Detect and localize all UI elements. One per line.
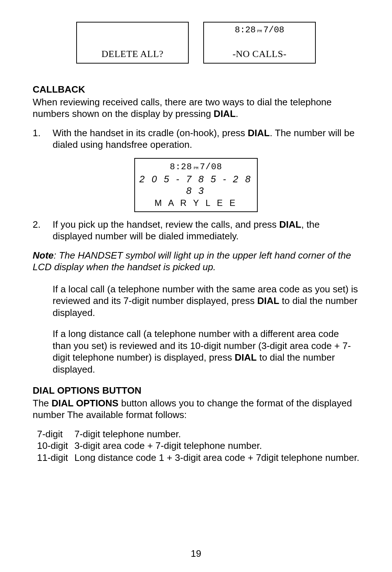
lcd-date: 7/08 <box>200 162 222 172</box>
format-list: 7-digit 7-digit telephone number. 10-dig… <box>33 428 359 464</box>
step-number: 1. <box>33 127 53 151</box>
lcd-text: DELETE ALL? <box>102 48 164 60</box>
format-row: 10-digit 3-digit area code + 7-digit tel… <box>33 440 359 452</box>
dial-keyword: DIAL <box>279 219 301 230</box>
lcd-phone-number: 2 0 5 - 7 8 5 - 2 8 8 3 <box>139 173 253 197</box>
step-2: 2. If you pick up the handset, review th… <box>33 219 359 242</box>
format-row: 11-digit Long distance code 1 + 3-digit … <box>33 452 359 464</box>
format-label: 10-digit <box>33 440 74 452</box>
local-call-info: If a local call (a telephone number with… <box>33 283 359 319</box>
lcd-time: 8:28 <box>170 162 192 172</box>
format-desc: 7-digit telephone number. <box>74 428 181 440</box>
note-text: : The HANDSET symbol will light up in th… <box>33 250 351 273</box>
handset-note: Note: The HANDSET symbol will light up i… <box>33 250 359 273</box>
text: When reviewing received calls, there are… <box>33 97 332 119</box>
dial-keyword: DIAL <box>248 127 270 138</box>
page-number: 19 <box>0 548 392 560</box>
format-label: 7-digit <box>33 428 74 440</box>
lcd-caller-name: M A R Y L E E <box>139 198 253 208</box>
lcd-callback-example: 8:28PM7/08 2 0 5 - 7 8 5 - 2 8 8 3 M A R… <box>134 158 258 212</box>
dial-options-intro: The DIAL OPTIONS button allows you to ch… <box>33 397 359 421</box>
lcd-delete-all: DELETE ALL? <box>76 22 189 64</box>
format-row: 7-digit 7-digit telephone number. <box>33 428 359 440</box>
long-distance-info: If a long distance call (a telephone num… <box>33 328 359 375</box>
dial-keyword: DIAL <box>235 352 257 363</box>
text: If you pick up the handset, review the c… <box>53 219 279 230</box>
note-label: Note <box>33 250 54 261</box>
text: . <box>236 108 238 119</box>
lcd-text: -NO CALLS- <box>233 48 287 60</box>
lcd-timestamp: 8:28PM7/08 <box>139 162 253 173</box>
lcd-date: 7/08 <box>264 25 285 35</box>
text: With the handset in its cradle (on-hook)… <box>53 127 248 138</box>
format-desc: 3-digit area code + 7-digit telephone nu… <box>74 440 262 452</box>
dial-keyword: DIAL <box>257 295 279 306</box>
format-label: 11-digit <box>33 452 74 464</box>
lcd-timestamp: 8:28PM7/08 <box>204 25 315 36</box>
step-body: If you pick up the handset, review the c… <box>53 219 359 242</box>
lcd-no-calls: 8:28PM7/08 -NO CALLS- <box>203 22 316 64</box>
callback-heading: CALLBACK <box>33 84 359 96</box>
step-1: 1. With the handset in its cradle (on-ho… <box>33 127 359 151</box>
format-desc: Long distance code 1 + 3-digit area code… <box>74 452 359 464</box>
top-lcd-row: DELETE ALL? 8:28PM7/08 -NO CALLS- <box>33 22 359 64</box>
lcd-time: 8:28 <box>235 25 256 35</box>
text: The <box>33 398 52 409</box>
dial-options-keyword: DIAL OPTIONS <box>52 398 118 409</box>
lcd-pm-indicator: PM <box>193 166 198 170</box>
callback-intro: When reviewing received calls, there are… <box>33 96 359 120</box>
lcd-pm-indicator: PM <box>257 29 262 33</box>
step-number: 2. <box>33 219 53 242</box>
dial-options-heading: DIAL OPTIONS BUTTON <box>33 385 359 397</box>
step-body: With the handset in its cradle (on-hook)… <box>53 127 359 151</box>
dial-keyword: DIAL <box>214 108 236 119</box>
